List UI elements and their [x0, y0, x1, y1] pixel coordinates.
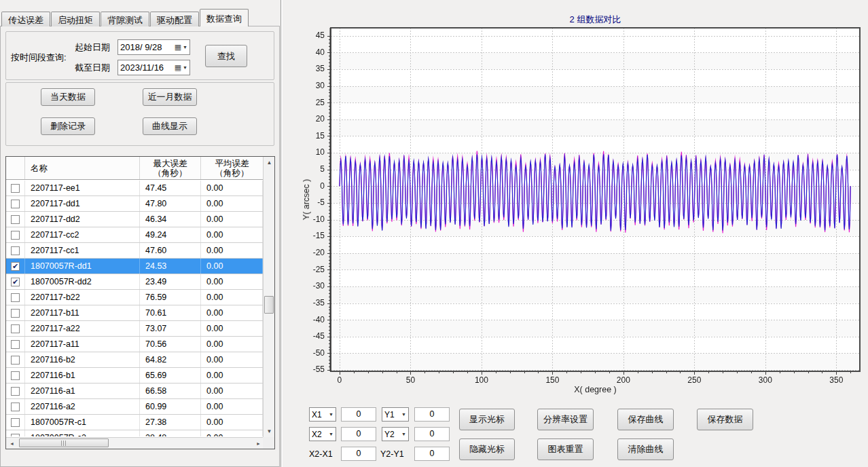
calendar-icon[interactable]: ▦	[175, 43, 181, 52]
date-query-label: 按时间段查询:	[11, 52, 67, 64]
row-avg-error: 0.00	[201, 321, 263, 336]
dx-value-field[interactable]: 0	[341, 447, 376, 461]
row-checkbox[interactable]: ✔	[11, 262, 20, 271]
row-avg-error: 0.00	[201, 290, 263, 305]
y1-cursor-select[interactable]: Y1 ▼	[382, 407, 409, 422]
row-checkbox-cell	[6, 337, 25, 352]
row-checkbox[interactable]	[11, 356, 20, 365]
end-date-field[interactable]: 2023/11/16 ▦ ▼	[117, 60, 190, 75]
delete-record-button[interactable]: 删除记录	[41, 117, 95, 135]
table-row[interactable]: 2207116-a166.580.00	[6, 384, 263, 399]
table-row[interactable]: 2207117-dd246.340.00	[6, 212, 263, 227]
header-name[interactable]: 名称	[25, 157, 140, 179]
row-checkbox[interactable]	[11, 293, 20, 302]
row-checkbox[interactable]	[11, 324, 20, 333]
row-checkbox[interactable]	[11, 246, 20, 255]
row-max-error: 49.24	[140, 227, 201, 242]
row-checkbox[interactable]	[11, 434, 20, 437]
header-max-error[interactable]: 最大误差 （角秒）	[140, 157, 201, 179]
table-row[interactable]: 2207117-b2276.590.00	[6, 290, 263, 305]
x1-cursor-select[interactable]: X1 ▼	[309, 407, 336, 422]
row-checkbox-cell	[6, 196, 25, 211]
row-name: 2207117-a11	[25, 337, 140, 352]
table-vertical-scrollbar[interactable]: ▲ ▼	[263, 157, 274, 437]
tab-backlash-test[interactable]: 背隙测试	[101, 12, 149, 26]
row-checkbox-cell	[6, 352, 25, 367]
table-row[interactable]: 2207117-cc249.240.00	[6, 227, 263, 243]
dy-label: Y2-Y1	[380, 449, 404, 459]
last-month-data-button[interactable]: 近一月数据	[143, 88, 197, 106]
curve-display-button[interactable]: 曲线显示	[143, 117, 197, 135]
scroll-left-icon[interactable]: ◄	[6, 438, 18, 449]
tab-startup-torque[interactable]: 启动扭矩	[51, 12, 100, 26]
dx-label: X2-X1	[309, 449, 333, 459]
row-checkbox[interactable]: ✔	[11, 278, 20, 286]
x1-value-field[interactable]: 0	[341, 407, 376, 422]
row-max-error: 23.49	[140, 274, 201, 289]
table-row[interactable]: 2207116-a260.990.00	[6, 399, 263, 415]
table-row[interactable]: 18070057R-c228.480.00	[6, 430, 263, 436]
chevron-down-icon[interactable]: ▼	[183, 65, 187, 70]
row-checkbox[interactable]	[11, 403, 20, 411]
table-row[interactable]: 2207116-b165.690.00	[6, 368, 263, 384]
start-date-value: 2018/ 9/28	[120, 42, 175, 52]
table-horizontal-scrollbar[interactable]: ◄ ►	[6, 437, 264, 449]
row-name: 2207116-a1	[25, 384, 140, 398]
row-avg-error: 0.00	[201, 196, 263, 211]
start-date-field[interactable]: 2018/ 9/28 ▦ ▼	[117, 39, 190, 55]
today-data-button[interactable]: 当天数据	[41, 88, 95, 106]
table-row[interactable]: 2207117-b1170.610.00	[6, 305, 263, 321]
table-row[interactable]: ✔18070057R-dd223.490.00	[6, 274, 263, 290]
table-row[interactable]: 2207116-b264.820.00	[6, 352, 263, 368]
tab-transmission-error[interactable]: 传达误差	[1, 12, 50, 26]
save-data-button[interactable]: 保存数据	[697, 409, 753, 430]
x2-cursor-select[interactable]: X2 ▼	[309, 427, 336, 441]
tab-data-query[interactable]: 数据查询	[200, 9, 249, 26]
chevron-down-icon[interactable]: ▼	[183, 45, 187, 50]
table-row[interactable]: 2207117-a2273.070.00	[6, 321, 263, 337]
scroll-up-icon[interactable]: ▲	[264, 157, 275, 168]
chart-reset-button[interactable]: 图表重置	[537, 438, 594, 460]
chart-plot[interactable]	[302, 19, 868, 386]
chevron-down-icon: ▼	[401, 432, 406, 436]
y2-cursor-select[interactable]: Y2 ▼	[382, 427, 409, 441]
row-avg-error: 0.00	[201, 305, 263, 320]
table-row[interactable]: 2207117-dd147.800.00	[6, 196, 263, 212]
horizontal-scroll-thumb[interactable]	[19, 438, 109, 447]
table-row[interactable]: 2207117-ee147.450.00	[6, 181, 263, 196]
save-curve-button[interactable]: 保存曲线	[617, 409, 674, 430]
dy-value-field[interactable]: 0	[414, 447, 450, 461]
row-checkbox[interactable]	[11, 418, 20, 427]
search-button[interactable]: 查找	[205, 45, 247, 67]
header-avg-error[interactable]: 平均误差 （角秒）	[201, 157, 263, 179]
hide-cursor-button[interactable]: 隐藏光标	[459, 438, 515, 460]
y2-value-field[interactable]: 0	[414, 427, 450, 441]
row-checkbox[interactable]	[11, 309, 20, 318]
table-row[interactable]: 2207117-cc147.600.00	[6, 243, 263, 259]
row-avg-error: 0.00	[201, 259, 263, 274]
row-checkbox[interactable]	[11, 200, 20, 208]
y1-value-field[interactable]: 0	[414, 407, 450, 422]
scroll-down-icon[interactable]: ▼	[264, 426, 275, 437]
row-checkbox[interactable]	[11, 184, 20, 193]
row-checkbox[interactable]	[11, 340, 20, 349]
table-row[interactable]: 18070057R-c127.380.00	[6, 415, 263, 430]
show-cursor-button[interactable]: 显示光标	[459, 409, 515, 430]
x2-value-field[interactable]: 0	[341, 427, 376, 441]
row-checkbox-cell	[6, 227, 25, 242]
row-checkbox[interactable]	[11, 387, 20, 396]
row-avg-error: 0.00	[201, 415, 263, 430]
tab-strip: 传达误差 启动扭矩 背隙测试 驱动配置 数据查询	[1, 9, 249, 26]
row-checkbox-cell	[6, 321, 25, 336]
resolution-settings-button[interactable]: 分辨率设置	[537, 409, 594, 430]
tab-drive-config[interactable]: 驱动配置	[150, 12, 199, 26]
calendar-icon[interactable]: ▦	[175, 63, 181, 72]
row-name: 18070057R-c2	[25, 430, 140, 436]
row-checkbox[interactable]	[11, 215, 20, 224]
table-row[interactable]: ✔18070057R-dd124.530.00	[6, 259, 263, 274]
row-checkbox[interactable]	[11, 371, 20, 380]
row-checkbox[interactable]	[11, 231, 20, 240]
clear-curve-button[interactable]: 清除曲线	[617, 438, 674, 460]
vertical-scroll-thumb[interactable]	[264, 296, 274, 314]
table-row[interactable]: 2207117-a1170.560.00	[6, 337, 263, 352]
